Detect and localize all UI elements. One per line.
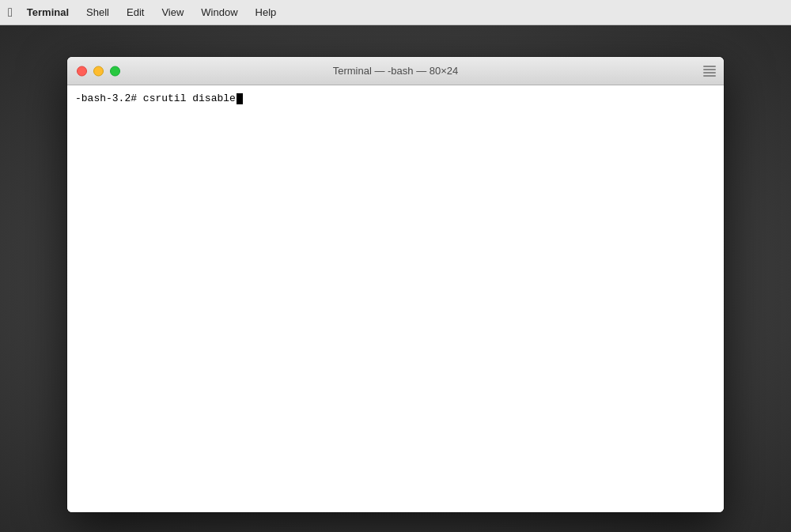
menubar-item-edit[interactable]: Edit <box>123 5 147 20</box>
menubar:  Terminal Shell Edit View Window Help <box>0 0 791 25</box>
maximize-button[interactable] <box>110 66 120 76</box>
terminal-line: -bash-3.2# csrutil disable <box>75 92 716 106</box>
terminal-content[interactable]: -bash-3.2# csrutil disable <box>67 85 724 512</box>
terminal-window: Terminal — -bash — 80×24 -bash-3.2# csru… <box>67 57 724 512</box>
window-title: Terminal — -bash — 80×24 <box>333 65 459 77</box>
window-controls <box>77 66 120 76</box>
minimize-button[interactable] <box>93 66 104 76</box>
menubar-item-help[interactable]: Help <box>252 5 280 20</box>
menubar-item-shell[interactable]: Shell <box>83 5 112 20</box>
terminal-cursor <box>237 93 243 104</box>
scroll-to-bottom-icon[interactable] <box>703 66 716 77</box>
terminal-command: csrutil disable <box>143 92 236 106</box>
terminal-prompt: -bash-3.2# <box>75 92 143 106</box>
menubar-item-window[interactable]: Window <box>198 5 240 20</box>
apple-menu-icon[interactable]:  <box>8 6 13 20</box>
menubar-item-terminal[interactable]: Terminal <box>24 5 72 20</box>
desktop: M PHUC MINH JAPAN IMAC, MACBOOK NHẬT BẢN… <box>0 25 791 532</box>
title-bar: Terminal — -bash — 80×24 <box>67 57 724 85</box>
close-button[interactable] <box>77 66 87 76</box>
menubar-item-view[interactable]: View <box>158 5 187 20</box>
